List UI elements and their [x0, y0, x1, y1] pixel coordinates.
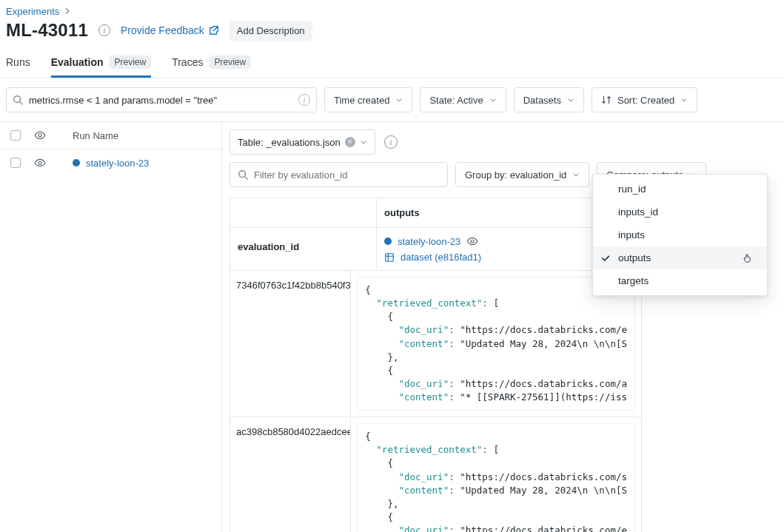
chevron-down-icon: [572, 171, 580, 178]
check-icon: [600, 253, 611, 263]
svg-rect-5: [386, 253, 394, 261]
compare-menu-item-inputs[interactable]: inputs: [593, 223, 767, 246]
info-icon[interactable]: i: [298, 94, 310, 106]
chevron-down-icon: [567, 96, 574, 104]
chevron-down-icon: [395, 96, 403, 104]
runs-panel: Run Name stately-loon-23: [0, 122, 222, 532]
toolbar: i Time created State: Active Datasets So…: [0, 78, 784, 121]
filter-box[interactable]: [229, 162, 448, 187]
json-output: { "retrieved_context": [ { "doc_uri": "h…: [357, 277, 635, 411]
tab-runs[interactable]: Runs: [6, 49, 30, 77]
runs-panel-header: Run Name: [0, 122, 221, 149]
datasets-dropdown[interactable]: Datasets: [514, 87, 584, 112]
state-dropdown[interactable]: State: Active: [420, 87, 506, 112]
tab-traces[interactable]: Traces Preview: [172, 48, 251, 78]
dataset-link[interactable]: dataset (e816fad1): [401, 252, 481, 263]
search-icon: [13, 95, 23, 105]
page-title: ML-43011: [6, 20, 88, 41]
evaluation-id-cell: 7346f0763c1f42bb8b540f30a: [230, 271, 351, 417]
svg-point-2: [38, 161, 41, 164]
visibility-icon[interactable]: [466, 235, 478, 247]
table-selector[interactable]: Table: _evaluations.json ×: [229, 129, 375, 155]
compare-menu: run_idinputs_idinputsoutputstargets: [592, 174, 768, 296]
status-dot-icon: [384, 238, 392, 245]
search-box[interactable]: i: [6, 87, 317, 112]
info-icon[interactable]: i: [98, 24, 110, 36]
main-split: Run Name stately-loon-23 Table: _evaluat…: [0, 121, 784, 532]
group-by-dropdown[interactable]: Group by: evaluation_id: [455, 162, 589, 187]
provide-feedback-link[interactable]: Provide Feedback: [121, 24, 219, 36]
json-output: { "retrieved_context": [ { "doc_uri": "h…: [357, 423, 635, 532]
breadcrumb: Experiments: [0, 0, 784, 20]
chevron-down-icon: [360, 138, 367, 146]
compare-menu-item-outputs[interactable]: outputs: [593, 246, 767, 269]
chevron-down-icon: [489, 96, 497, 104]
eval-row: ac398cb8580d4022aedceee3{ "retrieved_con…: [230, 417, 641, 532]
visibility-icon[interactable]: [34, 129, 46, 141]
eval-panel: Table: _evaluations.json × i Group by: e…: [222, 122, 784, 532]
tab-evaluation[interactable]: Evaluation Preview: [51, 48, 151, 78]
visibility-icon[interactable]: [34, 157, 46, 169]
run-name-header: Run Name: [73, 130, 118, 141]
sort-icon: [601, 95, 612, 105]
breadcrumb-root[interactable]: Experiments: [6, 6, 59, 17]
filter-input[interactable]: [254, 169, 440, 181]
row-checkbox[interactable]: [10, 158, 21, 168]
eval-row: 7346f0763c1f42bb8b540f30a{ "retrieved_co…: [230, 271, 641, 417]
tabs: Runs Evaluation Preview Traces Preview: [0, 48, 784, 78]
cursor-icon: [742, 252, 754, 264]
compare-menu-item-run_id[interactable]: run_id: [593, 178, 767, 201]
clear-icon[interactable]: ×: [345, 137, 355, 147]
time-created-dropdown[interactable]: Time created: [324, 87, 412, 112]
select-all-checkbox[interactable]: [10, 130, 21, 141]
run-link[interactable]: stately-loon-23: [398, 236, 460, 247]
external-link-icon: [209, 25, 219, 36]
search-input[interactable]: [29, 95, 292, 106]
chevron-right-icon: [64, 7, 71, 16]
evaluation-id-header: evaluation_id: [230, 228, 377, 270]
preview-badge: Preview: [109, 55, 151, 69]
evaluation-id-cell: ac398cb8580d4022aedceee3: [230, 417, 351, 532]
svg-point-1: [38, 134, 41, 137]
eval-table: outputs evaluation_id stately-loon-23 da…: [229, 198, 642, 532]
chevron-down-icon: [680, 96, 688, 104]
info-icon[interactable]: i: [384, 135, 398, 149]
title-bar: ML-43011 i Provide Feedback Add Descript…: [0, 20, 784, 48]
run-row[interactable]: stately-loon-23: [0, 149, 221, 176]
sort-dropdown[interactable]: Sort: Created: [592, 87, 697, 112]
compare-menu-item-targets[interactable]: targets: [593, 269, 767, 292]
compare-menu-item-inputs_id[interactable]: inputs_id: [593, 201, 767, 223]
status-dot-icon: [73, 159, 80, 166]
dataset-icon: [384, 252, 395, 263]
search-icon: [238, 169, 248, 180]
svg-point-4: [471, 240, 474, 243]
preview-badge: Preview: [209, 55, 251, 69]
run-link[interactable]: stately-loon-23: [86, 158, 149, 169]
add-description-button[interactable]: Add Description: [229, 21, 312, 41]
